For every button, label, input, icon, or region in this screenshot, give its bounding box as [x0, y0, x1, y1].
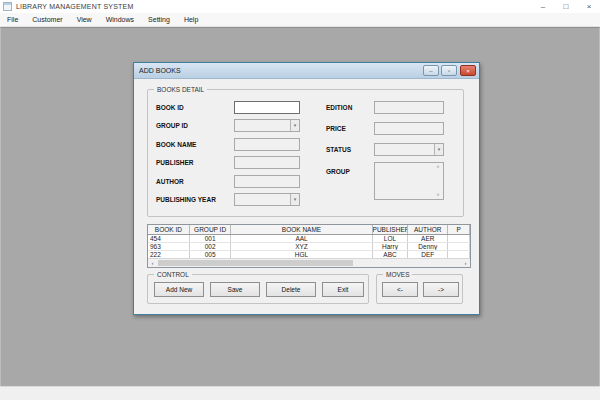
publishing-year-combobox[interactable]: ▾	[234, 193, 300, 206]
dialog-body: BOOKS DETAIL BOOK ID GROUP ID ▾ BOOK NAM…	[134, 79, 479, 315]
cell-book-id[interactable]: 222	[148, 251, 190, 258]
exit-button[interactable]: Exit	[322, 282, 364, 297]
cell-group-id[interactable]: 002	[190, 243, 232, 250]
group-id-label: GROUP ID	[156, 121, 188, 130]
scroll-left-icon[interactable]: ‹	[148, 259, 157, 267]
cell-clipped[interactable]	[448, 235, 470, 242]
dialog-minimize-button[interactable]: –	[423, 65, 439, 76]
save-button[interactable]: Save	[210, 282, 260, 297]
move-next-button[interactable]: ->	[423, 282, 459, 297]
cell-publisher[interactable]: ABC	[373, 251, 409, 258]
chevron-down-icon[interactable]: ▾	[290, 194, 299, 205]
menu-view[interactable]: View	[70, 13, 99, 27]
menu-help[interactable]: Help	[177, 13, 205, 27]
author-label: AUTHOR	[156, 177, 184, 186]
menu-customer[interactable]: Customer	[25, 13, 69, 27]
books-data-grid: BOOK ID GROUP ID BOOK NAME PUBLISHER AUT…	[147, 224, 471, 268]
menu-windows[interactable]: Windows	[99, 13, 141, 27]
group-id-combobox[interactable]: ▾	[234, 119, 300, 132]
book-name-input[interactable]	[234, 138, 300, 151]
scroll-down-icon[interactable]: ˅	[434, 192, 442, 198]
cell-publisher[interactable]: LOL	[373, 235, 409, 242]
moves-legend: MOVES	[383, 271, 412, 279]
grid-header-group-id[interactable]: GROUP ID	[190, 225, 232, 234]
cell-book-id[interactable]: 454	[148, 235, 190, 242]
cell-clipped[interactable]	[448, 243, 470, 250]
add-books-dialog: ADD BOOKS – ▫ × BOOKS DETAIL BOOK ID GRO…	[133, 62, 480, 315]
app-title: LIBRARY MANAGEMENT SYSTEM	[16, 3, 133, 10]
cell-author[interactable]: AER	[408, 235, 448, 242]
books-detail-legend: BOOKS DETAIL	[154, 86, 207, 94]
menu-setting[interactable]: Setting	[141, 13, 177, 27]
status-label: STATUS	[326, 145, 351, 154]
table-row[interactable]: 963 002 XYZ Harry Denny	[148, 243, 470, 251]
menu-file[interactable]: File	[0, 13, 25, 27]
publishing-year-label: PUBLISHING YEAR	[156, 195, 216, 204]
chevron-down-icon[interactable]: ▾	[434, 144, 443, 155]
control-legend: CONTROL	[154, 271, 192, 279]
close-button[interactable]: ×	[578, 0, 600, 13]
grid-horizontal-scrollbar[interactable]: ‹ ›	[148, 258, 470, 267]
scroll-right-icon[interactable]: ›	[461, 259, 470, 267]
scroll-up-icon[interactable]: ˄	[434, 164, 442, 170]
application-window: LIBRARY MANAGEMENT SYSTEM – □ × File Cus…	[0, 0, 600, 400]
cell-author[interactable]: DEF	[408, 251, 448, 258]
status-bar	[0, 386, 600, 400]
table-row[interactable]: 454 001 AAL LOL AER	[148, 235, 470, 243]
maximize-button[interactable]: □	[555, 0, 577, 13]
main-titlebar[interactable]: LIBRARY MANAGEMENT SYSTEM – □ ×	[0, 0, 600, 13]
dialog-close-button[interactable]: ×	[460, 65, 476, 76]
cell-group-id[interactable]: 001	[190, 235, 232, 242]
grid-header-author[interactable]: AUTHOR	[408, 225, 448, 234]
scrollbar-thumb[interactable]	[158, 260, 353, 266]
cell-author[interactable]: Denny	[408, 243, 448, 250]
cell-book-name[interactable]: AAL	[231, 235, 372, 242]
app-icon	[3, 2, 12, 11]
dialog-maximize-button[interactable]: ▫	[441, 65, 457, 76]
edition-label: EDITION	[326, 103, 352, 112]
cell-clipped[interactable]	[448, 251, 470, 258]
menubar: File Customer View Windows Setting Help	[0, 13, 600, 27]
cell-book-name[interactable]: HGL	[231, 251, 372, 258]
mdi-client-area: ADD BOOKS – ▫ × BOOKS DETAIL BOOK ID GRO…	[0, 27, 600, 386]
chevron-down-icon[interactable]: ▾	[290, 120, 299, 131]
add-new-button[interactable]: Add New	[154, 282, 204, 297]
move-previous-button[interactable]: <-	[382, 282, 418, 297]
book-id-label: BOOK ID	[156, 103, 184, 112]
publisher-input[interactable]	[234, 156, 300, 169]
dialog-titlebar[interactable]: ADD BOOKS – ▫ ×	[134, 63, 479, 79]
group-label: GROUP	[326, 167, 350, 176]
price-input[interactable]	[374, 122, 444, 135]
cell-publisher[interactable]: Harry	[373, 243, 409, 250]
price-label: PRICE	[326, 124, 346, 133]
grid-header-clipped[interactable]: P	[448, 225, 470, 234]
grid-header-publisher[interactable]: PUBLISHER	[373, 225, 409, 234]
publisher-label: PUBLISHER	[156, 158, 194, 167]
book-name-label: BOOK NAME	[156, 140, 196, 149]
cell-book-name[interactable]: XYZ	[231, 243, 372, 250]
cell-group-id[interactable]: 005	[190, 251, 232, 258]
grid-header-row: BOOK ID GROUP ID BOOK NAME PUBLISHER AUT…	[148, 225, 470, 235]
minimize-button[interactable]: –	[532, 0, 554, 13]
delete-button[interactable]: Delete	[266, 282, 316, 297]
grid-header-book-name[interactable]: BOOK NAME	[231, 225, 372, 234]
dialog-title: ADD BOOKS	[139, 67, 181, 74]
edition-input[interactable]	[374, 101, 444, 114]
book-id-input[interactable]	[234, 101, 300, 114]
group-multiline-input[interactable]: ˄ ˅	[374, 162, 444, 200]
grid-header-book-id[interactable]: BOOK ID	[148, 225, 190, 234]
author-input[interactable]	[234, 175, 300, 188]
cell-book-id[interactable]: 963	[148, 243, 190, 250]
status-combobox[interactable]: ▾	[374, 143, 444, 156]
